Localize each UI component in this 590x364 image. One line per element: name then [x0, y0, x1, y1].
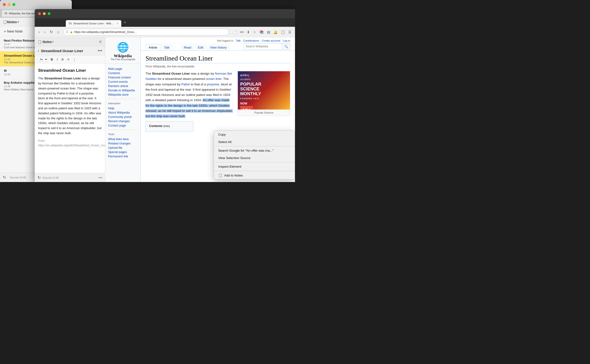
- wiki-logo-subtitle: The Free Encyclopedia: [108, 58, 138, 61]
- wiki-action-read[interactable]: Read: [181, 44, 194, 51]
- ctx-view-selection-label: View Selection Source: [218, 156, 250, 160]
- wiki-image-placeholder: APRIL 15 CENTS POPULARSCIENCEMONTHLY FOU…: [238, 71, 290, 110]
- back-maximize-traffic[interactable]: [13, 3, 15, 6]
- wiki-nav-about[interactable]: About Wikipedia: [108, 110, 138, 115]
- ctx-search-google[interactable]: Search Google for "An offer was ma...": [214, 147, 295, 154]
- wiki-link-ocean-liner[interactable]: ocean liner: [206, 77, 221, 81]
- notes-footer-more-btn[interactable]: •••: [98, 176, 102, 180]
- wiki-action-edit[interactable]: Edit: [195, 44, 206, 51]
- popular-science-cover: APRIL 15 CENTS POPULARSCIENCEMONTHLY FOU…: [238, 71, 290, 110]
- browser-tab-icon: 𝕎: [69, 22, 72, 25]
- bookmark-btn[interactable]: ☆: [252, 29, 257, 35]
- wiki-not-logged-in: Not logged in: [217, 39, 234, 42]
- ctx-inspect[interactable]: Inspect Element: [214, 163, 295, 170]
- notes-panel-close-btn[interactable]: ✕: [98, 39, 102, 45]
- wiki-talk-link[interactable]: Talk: [236, 39, 240, 42]
- strikethrough-btn[interactable]: S: [60, 57, 65, 62]
- wiki-nav-store[interactable]: Wikipedia store: [108, 92, 138, 97]
- wiki-nav-section: Main page Contents Featured content Curr…: [105, 66, 140, 98]
- wiki-tab-talk[interactable]: Talk: [161, 44, 172, 51]
- wiki-interaction-label: Interaction: [105, 100, 140, 105]
- ctx-view-selection[interactable]: View Selection Source: [214, 154, 295, 162]
- unordered-list-btn[interactable]: ≡: [66, 57, 71, 62]
- wiki-contributions-link[interactable]: Contributions: [243, 39, 259, 42]
- notifications-btn[interactable]: 🔔: [272, 29, 279, 35]
- wiki-user-bar: Not logged in Talk Contributions Create …: [145, 38, 290, 43]
- wiki-search-input[interactable]: [244, 45, 282, 48]
- reading-view-btn[interactable]: ▤: [266, 29, 271, 35]
- wiki-nav-random[interactable]: Random article: [108, 84, 138, 88]
- wiki-content-area: Streamlined Ocean Liner From Wikipedia, …: [141, 51, 295, 136]
- address-info-icon: ⓘ: [66, 30, 68, 34]
- bookmarks-shelf-btn[interactable]: 📚: [258, 29, 265, 35]
- back-notes-dropdown-icon[interactable]: ▾: [18, 20, 19, 24]
- ps-now-label: NOW: [240, 101, 247, 106]
- back-minimize-traffic[interactable]: [8, 3, 11, 6]
- wiki-nav-current-events[interactable]: Current events: [108, 80, 138, 84]
- wiki-create-account-link[interactable]: Create account: [262, 39, 280, 42]
- browser-minimize-traffic[interactable]: [43, 12, 46, 15]
- context-menu: Copy Select All Search Google for "An of…: [214, 130, 295, 179]
- wiki-nav-contents[interactable]: Contents: [108, 71, 138, 75]
- wiki-logo-area: 🌐 Wikipedia The Free Encyclopedia: [105, 40, 140, 64]
- ctx-add-to-notes[interactable]: 📋 Add to Notes: [214, 171, 295, 179]
- italic-btn[interactable]: I: [55, 57, 59, 62]
- ctx-add-to-notes-label: Add to Notes: [224, 174, 243, 177]
- clipboard-btn[interactable]: 📋: [280, 29, 286, 35]
- notes-back-btn[interactable]: ‹: [38, 48, 39, 53]
- wiki-top-bar: Not logged in Talk Contributions Create …: [141, 37, 295, 51]
- wiki-nav-community[interactable]: Community portal: [108, 115, 138, 119]
- notes-panel-dropdown-icon[interactable]: ▾: [52, 40, 54, 43]
- notes-body-text: The Streamlined Ocean Liner was a design…: [38, 76, 102, 136]
- wiki-nav-special[interactable]: Special pages: [108, 150, 138, 154]
- browser-close-traffic[interactable]: [38, 12, 41, 15]
- browser-maximize-traffic[interactable]: [48, 12, 51, 15]
- wiki-login-link[interactable]: Log in: [283, 39, 290, 42]
- browser-tab-close[interactable]: ✕: [117, 22, 118, 25]
- wiki-hide-link[interactable]: [hide]: [164, 125, 170, 127]
- toolbar-menu-btn[interactable]: •••: [239, 29, 245, 35]
- wiki-action-history[interactable]: View history: [207, 44, 230, 51]
- browser-home-btn[interactable]: ⌂: [56, 29, 61, 35]
- ctx-inspect-label: Inspect Element: [218, 165, 241, 168]
- back-close-traffic[interactable]: [3, 3, 6, 6]
- browser-back-btn[interactable]: ‹: [37, 29, 41, 35]
- wiki-nav-main-page[interactable]: Main page: [108, 67, 138, 71]
- wiki-nav-related[interactable]: Related changes: [108, 141, 138, 146]
- ordered-list-btn[interactable]: ⋮: [72, 57, 77, 62]
- reader-mode-btn[interactable]: 📄: [231, 29, 238, 35]
- wiki-link-porpoise[interactable]: porpoise: [207, 83, 219, 86]
- wiki-nav-contact[interactable]: Contact page: [108, 124, 138, 128]
- bold-btn[interactable]: B: [50, 57, 54, 62]
- ps-price-big: 15¢: [240, 106, 253, 110]
- address-bar[interactable]: ⓘ 🔒 https://en.wikipedia.org/wiki/Stream…: [63, 29, 229, 35]
- ctx-select-all[interactable]: Select All: [214, 138, 295, 146]
- wiki-search-btn[interactable]: 🔍: [282, 44, 290, 49]
- notes-body[interactable]: Streamlined Ocean Liner The Streamlined …: [35, 63, 105, 173]
- browser-reload-btn[interactable]: ↻: [48, 29, 54, 35]
- font-size-select[interactable]: Aa: [38, 57, 48, 62]
- wiki-page-title: Streamlined Ocean Liner: [145, 55, 290, 63]
- wiki-tools-label: Tools: [105, 131, 140, 136]
- ctx-copy[interactable]: Copy: [214, 131, 295, 138]
- wiki-link-pathe[interactable]: Pathé: [181, 83, 190, 86]
- wiki-contents-title: Contents [hide]: [149, 124, 190, 128]
- wiki-search-box[interactable]: 🔍: [243, 43, 290, 50]
- browser-forward-btn[interactable]: ›: [43, 29, 47, 35]
- wiki-nav-recent[interactable]: Recent changes: [108, 119, 138, 124]
- wiki-nav-what-links[interactable]: What links here: [108, 137, 138, 141]
- wiki-nav-featured[interactable]: Featured content: [108, 75, 138, 80]
- wiki-article-body: APRIL 15 CENTS POPULARSCIENCEMONTHLY FOU…: [145, 71, 290, 132]
- pocket-btn[interactable]: ⬇: [246, 29, 251, 35]
- wiki-nav-upload[interactable]: Upload file: [108, 146, 138, 150]
- browser-wiki-tab[interactable]: 𝕎 Streamlined Ocean Liner - Wiki… ✕: [66, 20, 121, 27]
- wiki-main-content: Not logged in Talk Contributions Create …: [141, 37, 295, 182]
- sidebar-toggle-btn[interactable]: ☰: [287, 29, 293, 35]
- wiki-nav-permanent[interactable]: Permanent link: [108, 154, 138, 159]
- wiki-tab-article[interactable]: Article: [145, 44, 160, 51]
- notes-note-more-btn[interactable]: •••: [98, 48, 102, 53]
- wiki-nav-help[interactable]: Help: [108, 106, 138, 110]
- browser-new-tab-btn[interactable]: +: [122, 20, 128, 25]
- notes-panel-header: 📋 Notes ▾ ✕: [35, 37, 105, 46]
- wiki-nav-donate[interactable]: Donate to Wikipedia: [108, 88, 138, 92]
